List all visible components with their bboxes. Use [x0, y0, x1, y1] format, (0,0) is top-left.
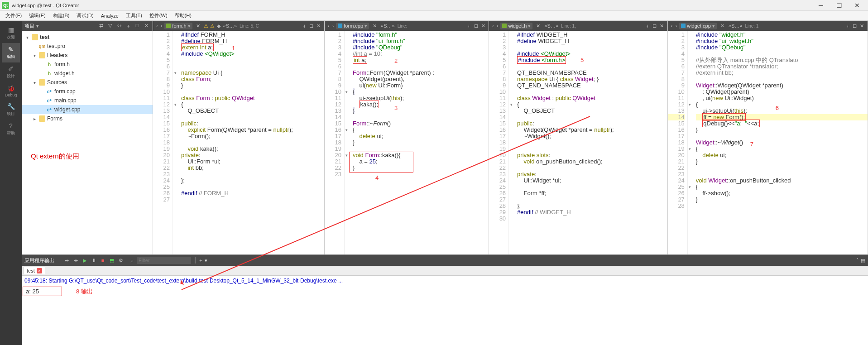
split-h-icon[interactable]: ⫞: [301, 23, 308, 29]
window-title: widget.cpp @ test - Qt Creator: [12, 3, 79, 8]
link-icon[interactable]: ⇔: [115, 23, 123, 29]
file-chip[interactable]: form.cpp▾: [336, 23, 369, 29]
mode-grid[interactable]: ▦欢迎: [2, 24, 20, 43]
split-icon[interactable]: □: [134, 23, 141, 29]
warning-icon[interactable]: ⚠: [209, 23, 216, 29]
close-split-icon[interactable]: ✕: [658, 23, 666, 29]
code-area[interactable]: 1234567891011121314151617181920212223242…: [489, 31, 667, 254]
file-chip[interactable]: widget.h▾: [500, 23, 532, 29]
warning-icon[interactable]: ⚠: [203, 23, 209, 29]
output-pause-icon[interactable]: ⏸: [90, 256, 98, 264]
sym-switch-icon[interactable]: «S…»: [222, 23, 239, 29]
nav-back-icon[interactable]: ‹: [326, 23, 331, 29]
tree-item[interactable]: c⁺form.cpp: [22, 87, 153, 96]
tree-item[interactable]: ▾Headers: [22, 51, 153, 60]
fold-col[interactable]: ▾▾: [173, 31, 177, 254]
tree-item[interactable]: hform.h: [22, 60, 153, 69]
output-tab-close-icon[interactable]: ×: [37, 268, 42, 273]
file-chip[interactable]: widget.cpp▾: [679, 23, 717, 29]
fold-col[interactable]: ▾▾▾: [688, 31, 692, 254]
close-file-icon[interactable]: ✕: [196, 23, 200, 29]
file-chip[interactable]: form.h▾: [164, 23, 192, 29]
fold-col[interactable]: ▾: [509, 31, 513, 254]
output-next-icon[interactable]: ↠: [72, 256, 80, 264]
tree-item[interactable]: c⁺main.cpp: [22, 96, 153, 105]
output-tab[interactable]: test ×: [24, 267, 45, 274]
nav-back-icon[interactable]: ‹: [155, 23, 159, 29]
source-text[interactable]: #ifndef FORM_H#define FORM_Hextern int a…: [177, 31, 324, 254]
add-icon[interactable]: ＋: [125, 23, 132, 29]
minimize-button[interactable]: ─: [812, 2, 830, 9]
menu-item[interactable]: 编辑(E): [25, 11, 49, 20]
split-h-icon[interactable]: ⫞: [644, 23, 651, 29]
menu-item[interactable]: Analyze: [97, 12, 122, 19]
split-v-icon[interactable]: ⊟: [308, 23, 315, 29]
output-settings-icon[interactable]: ⚙: [117, 256, 125, 264]
sync-icon[interactable]: ⇄: [97, 23, 105, 29]
output-value-box: a: 25: [23, 287, 62, 296]
menu-item[interactable]: 帮助(H): [171, 11, 195, 20]
tree-item[interactable]: qmtest.pro: [22, 42, 153, 51]
search-icon: ⌕: [128, 256, 136, 264]
close-split-icon[interactable]: ✕: [858, 23, 866, 29]
menu-item[interactable]: 工具(T): [122, 11, 146, 20]
output-filter-input[interactable]: [137, 257, 191, 264]
output-run-icon[interactable]: ▶: [81, 256, 89, 264]
code-area[interactable]: 1234567891011121314151617181920212223242…: [668, 31, 868, 254]
split-v-icon[interactable]: ⊟: [851, 23, 858, 29]
split-h-icon[interactable]: ⫞: [844, 23, 851, 29]
mode-bug[interactable]: 🐞Debug: [2, 82, 20, 100]
source-text[interactable]: #ifndef WIDGET_H#define WIDGET_H#include…: [513, 31, 667, 254]
nav-fwd-icon[interactable]: ›: [674, 23, 679, 29]
fold-col[interactable]: ▾▾▾: [345, 31, 349, 254]
filter-icon[interactable]: ▽: [106, 23, 114, 29]
split-v-icon[interactable]: ⊟: [472, 23, 480, 29]
close-file-icon[interactable]: ✕: [720, 23, 724, 29]
nav-fwd-icon[interactable]: ›: [159, 23, 164, 29]
gutter: 1234567891011121314151617181920212223242…: [153, 31, 173, 254]
maximize-button[interactable]: ☐: [830, 2, 848, 9]
close-pane-icon[interactable]: ✕: [143, 23, 150, 29]
close-file-icon[interactable]: ✕: [373, 23, 377, 29]
tree-item[interactable]: ▾test: [22, 33, 153, 42]
nav-back-icon[interactable]: ‹: [670, 23, 674, 29]
mode-design[interactable]: ✐设计: [2, 62, 20, 82]
tree-item[interactable]: ▸Forms: [22, 114, 153, 123]
mode-edit[interactable]: ✎编辑: [2, 43, 20, 62]
close-split-icon[interactable]: ✕: [315, 23, 322, 29]
code-area[interactable]: 1234567891011121314151617181920212223 ▾▾…: [325, 31, 489, 254]
output-collapse-icon[interactable]: ˄: [856, 258, 859, 264]
menu-item[interactable]: 构建(B): [49, 11, 73, 20]
nav-back-icon[interactable]: ‹: [491, 23, 495, 29]
split-v-icon[interactable]: ⊟: [651, 23, 658, 29]
titlebar: Qt widget.cpp @ test - Qt Creator ─ ☐ ✕: [0, 0, 868, 11]
project-header: 项目 ▾ ⇄ ▽ ⇔ ＋ □ ✕: [22, 21, 153, 31]
source-text[interactable]: #include "form.h"#include "ui_form.h"#in…: [349, 31, 489, 254]
sym-switch-icon[interactable]: «S…»: [727, 23, 744, 29]
tree-item[interactable]: c⁺widget.cpp: [22, 105, 153, 114]
output-attach-icon[interactable]: ⬒: [108, 256, 116, 264]
code-area[interactable]: 1234567891011121314151617181920212223242…: [153, 31, 324, 254]
chevron-down-icon[interactable]: ▾: [36, 23, 39, 29]
source-text[interactable]: #include "widget.h"#include "ui_widget.h…: [692, 31, 868, 254]
nav-fwd-icon[interactable]: ›: [495, 23, 500, 29]
nav-fwd-icon[interactable]: ›: [331, 23, 336, 29]
menu-item[interactable]: 文件(F): [2, 11, 25, 20]
sym-switch-icon[interactable]: «S…»: [543, 23, 560, 29]
mode-help[interactable]: ?帮助: [2, 120, 20, 139]
tree-item[interactable]: ▾Sources: [22, 78, 153, 87]
menu-item[interactable]: 控件(W): [146, 11, 171, 20]
output-prev-icon[interactable]: ↞: [62, 256, 71, 264]
close-split-icon[interactable]: ✕: [480, 23, 487, 29]
tree-item[interactable]: hwidget.h: [22, 69, 153, 78]
sym-switch-icon[interactable]: «S…»: [379, 23, 396, 29]
output-title: 应用程序输出: [24, 257, 58, 264]
output-stop-icon[interactable]: ■: [99, 256, 107, 264]
split-h-icon[interactable]: ⫞: [465, 23, 472, 29]
close-file-icon[interactable]: ✕: [536, 23, 540, 29]
mode-wrench[interactable]: 🔧项目: [2, 100, 20, 120]
close-button[interactable]: ✕: [848, 2, 866, 9]
output-add-icon[interactable]: ＋ ▾: [198, 257, 207, 264]
menu-item[interactable]: 调试(D): [73, 11, 97, 20]
output-menu-icon[interactable]: ▤: [861, 258, 865, 264]
